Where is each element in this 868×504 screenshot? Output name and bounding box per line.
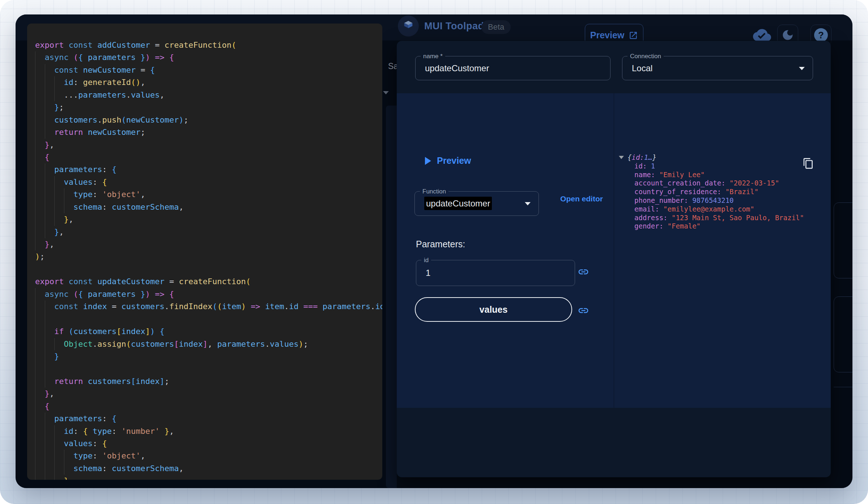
app-title: MUI Toolpad bbox=[424, 21, 484, 32]
code-line: values: { bbox=[35, 176, 382, 188]
bind-id-button[interactable] bbox=[578, 266, 589, 278]
dialog-footer-section: mode Only fetch on manual action Enabled… bbox=[397, 408, 831, 477]
help-icon: ? bbox=[814, 28, 828, 42]
expand-arrow-icon bbox=[619, 156, 624, 159]
page-background: MUI Toolpad Beta Preview ? Sa bbox=[0, 0, 868, 504]
copy-result-button[interactable] bbox=[803, 158, 814, 169]
result-entry: country_of_residence: "Brazil" bbox=[634, 188, 827, 196]
code-line: parameters: { bbox=[35, 413, 382, 425]
name-field-label: name * bbox=[421, 53, 445, 60]
toolpad-logo bbox=[398, 16, 419, 37]
chevron-down-icon bbox=[383, 91, 389, 94]
code-line: type: 'object', bbox=[35, 450, 382, 462]
result-entry: email: "emilylee@example.com" bbox=[634, 205, 827, 214]
code-line bbox=[35, 313, 382, 325]
moon-icon bbox=[781, 29, 794, 42]
code-line: return customers[index]; bbox=[35, 375, 382, 388]
result-entry: account_creation_date: "2022-03-15" bbox=[634, 179, 827, 188]
code-line: return newCustomer; bbox=[35, 126, 382, 138]
code-line: Object.assign(customers[index], paramete… bbox=[35, 338, 382, 350]
code-line: const newCustomer = { bbox=[35, 64, 382, 76]
dialog-body-section: Preview Function updateCustomer Open edi… bbox=[397, 93, 831, 408]
result-root-value: 1… bbox=[644, 153, 652, 162]
bind-values-button[interactable] bbox=[578, 305, 589, 316]
code-line: schema: customerSchema, bbox=[35, 462, 382, 475]
open-in-new-icon bbox=[629, 31, 638, 40]
code-line: }, bbox=[35, 226, 382, 238]
copy-icon bbox=[803, 158, 814, 169]
connection-select[interactable]: Connection Local bbox=[622, 56, 813, 80]
result-entry: id: 1 bbox=[634, 162, 827, 171]
code-line: }, bbox=[35, 139, 382, 151]
code-line bbox=[35, 363, 382, 375]
link-icon bbox=[578, 305, 589, 316]
code-line: id: { type: 'number' }, bbox=[35, 425, 382, 437]
result-root-brace: } bbox=[652, 153, 656, 162]
open-editor-link[interactable]: Open editor bbox=[560, 193, 603, 204]
code-line: }, bbox=[35, 213, 382, 226]
function-select-value: updateCustomer bbox=[424, 197, 492, 210]
dropdown-arrow-icon bbox=[525, 202, 531, 205]
result-entry: phone_number: 9876543210 bbox=[634, 196, 827, 205]
background-card-outline bbox=[834, 296, 852, 372]
code-line: ...parameters.values, bbox=[35, 89, 382, 101]
result-entry: name: "Emily Lee" bbox=[634, 171, 827, 179]
parameter-values-button[interactable]: values bbox=[415, 297, 572, 322]
code-line: ); bbox=[35, 251, 382, 263]
function-select[interactable]: Function updateCustomer bbox=[414, 191, 539, 216]
dialog-header-section: name * updateCustomer Connection Local bbox=[397, 41, 831, 93]
result-json-viewer: {id: 1…} id: 1name: "Emily Lee"account_c… bbox=[617, 153, 827, 231]
result-root-row[interactable]: {id: 1…} bbox=[617, 153, 827, 162]
query-editor-dialog: name * updateCustomer Connection Local P… bbox=[397, 41, 831, 477]
code-line: export const addCustomer = createFunctio… bbox=[35, 39, 382, 51]
link-icon bbox=[578, 266, 589, 278]
code-line: type: 'object', bbox=[35, 188, 382, 201]
connection-select-value: Local bbox=[632, 63, 652, 73]
function-select-label: Function bbox=[420, 188, 448, 195]
code-lines: export const addCustomer = createFunctio… bbox=[35, 39, 382, 480]
name-field-value: updateCustomer bbox=[425, 63, 489, 73]
background-panel-edge bbox=[386, 106, 397, 488]
code-line: values: { bbox=[35, 437, 382, 450]
code-line: if (customers[index]) { bbox=[35, 325, 382, 338]
result-entry: gender: "Female" bbox=[634, 222, 827, 231]
code-line: { bbox=[35, 151, 382, 163]
parameter-id-label: id bbox=[421, 257, 431, 264]
code-line: }; bbox=[35, 101, 382, 114]
code-line: } bbox=[35, 350, 382, 363]
code-line: }, bbox=[35, 388, 382, 400]
result-entries: id: 1name: "Emily Lee"account_creation_d… bbox=[634, 162, 827, 231]
code-editor[interactable]: export const addCustomer = createFunctio… bbox=[27, 24, 382, 480]
code-line: const index = customers.findIndex((item)… bbox=[35, 300, 382, 313]
panel-divider bbox=[614, 93, 614, 408]
preview-accordion-toggle[interactable]: Preview bbox=[425, 155, 471, 166]
preview-app-label: Preview bbox=[590, 30, 625, 40]
code-line: { bbox=[35, 400, 382, 413]
beta-badge: Beta bbox=[481, 20, 511, 34]
result-root-key: id: bbox=[631, 153, 644, 162]
dropdown-arrow-icon bbox=[799, 67, 805, 70]
result-root-brace: { bbox=[627, 153, 631, 162]
background-divider bbox=[834, 387, 852, 387]
background-card-outline bbox=[834, 202, 852, 278]
parameters-heading: Parameters: bbox=[416, 239, 465, 249]
toolpad-window: MUI Toolpad Beta Preview ? Sa bbox=[16, 14, 852, 488]
connection-select-label: Connection bbox=[627, 53, 664, 60]
code-line: async ({ parameters }) => { bbox=[35, 288, 382, 300]
parameter-id-field[interactable]: id 1 bbox=[416, 260, 575, 286]
code-line: parameters: { bbox=[35, 163, 382, 176]
code-line bbox=[35, 263, 382, 276]
code-line: customers.push(newCustomer); bbox=[35, 114, 382, 126]
code-line: export const updateCustomer = createFunc… bbox=[35, 276, 382, 288]
name-field[interactable]: name * updateCustomer bbox=[415, 56, 610, 80]
code-line: id: generateId(), bbox=[35, 76, 382, 89]
code-line: async ({ parameters }) => { bbox=[35, 51, 382, 64]
parameter-id-value: 1 bbox=[426, 268, 430, 278]
play-arrow-icon bbox=[425, 157, 431, 165]
code-line: schema: customerSchema, bbox=[35, 201, 382, 213]
preview-toggle-label: Preview bbox=[437, 155, 471, 166]
result-entry: address: "123 Main St, Sao Paulo, Brazil… bbox=[634, 214, 827, 222]
code-line: }, bbox=[35, 475, 382, 480]
code-line: }, bbox=[35, 238, 382, 251]
